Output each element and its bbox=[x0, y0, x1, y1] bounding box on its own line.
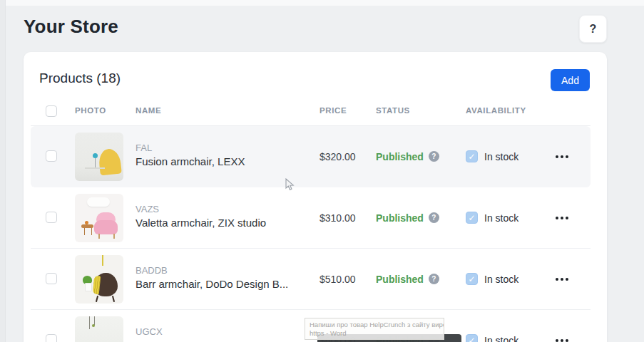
row-select-checkbox[interactable] bbox=[46, 273, 57, 284]
more-options-icon[interactable] bbox=[556, 249, 568, 309]
product-sku: FAL bbox=[136, 142, 245, 153]
product-price: $510.00 bbox=[320, 249, 356, 309]
product-name-cell: UGCX bbox=[136, 326, 163, 339]
products-panel: Products (18) Add PHOTO NAME PRICE STATU… bbox=[24, 52, 607, 342]
in-stock-checkbox[interactable]: ✓ bbox=[466, 273, 478, 285]
product-photo bbox=[75, 133, 123, 181]
availability-label: In stock bbox=[484, 151, 518, 162]
status-badge: Published bbox=[376, 151, 424, 162]
product-photo bbox=[75, 255, 123, 304]
product-name: Valetta armchair, ZIX studio bbox=[136, 217, 266, 229]
window-edge bbox=[0, 0, 6, 342]
product-name-cell: FAL Fusion armchair, LEXX bbox=[136, 142, 245, 167]
availability-label: In stock bbox=[484, 335, 518, 342]
table-row[interactable]: FAL Fusion armchair, LEXX $320.00 Publis… bbox=[31, 126, 591, 187]
help-button[interactable]: ? bbox=[579, 15, 607, 43]
select-all-checkbox[interactable] bbox=[46, 105, 57, 117]
product-sku: VAZS bbox=[136, 204, 266, 214]
availability-label: In stock bbox=[484, 212, 518, 224]
status-help-icon[interactable]: ? bbox=[429, 212, 439, 223]
tooltip-line: Напиши про товар HelpCrunch з сайту виро… bbox=[310, 321, 439, 329]
product-status-cell: Published ? bbox=[376, 126, 439, 187]
availability-cell: ✓ In stock bbox=[466, 126, 518, 187]
product-name-cell: VAZS Valetta armchair, ZIX studio bbox=[136, 204, 266, 229]
panel-title: Products (18) bbox=[39, 71, 121, 86]
availability-cell: ✓ In stock bbox=[466, 187, 518, 248]
row-select-checkbox[interactable] bbox=[46, 334, 57, 342]
more-options-icon[interactable] bbox=[556, 126, 568, 187]
product-sku: UGCX bbox=[136, 326, 163, 337]
availability-cell: ✓ In stock bbox=[466, 249, 518, 309]
more-options-icon[interactable] bbox=[556, 310, 568, 342]
product-price: $320.00 bbox=[320, 126, 356, 187]
status-badge: Published bbox=[376, 212, 424, 224]
armchair-illustration bbox=[94, 220, 118, 234]
table-row[interactable]: VAZS Valetta armchair, ZIX studio $310.0… bbox=[31, 187, 591, 249]
word-window-tooltip: Напиши про товар HelpCrunch з сайту виро… bbox=[305, 318, 444, 340]
armchair-illustration bbox=[98, 148, 122, 176]
availability-label: In stock bbox=[484, 274, 518, 285]
product-sku: BADDB bbox=[136, 265, 288, 276]
row-select-checkbox[interactable] bbox=[46, 212, 57, 223]
availability-cell: ✓ In stock bbox=[466, 310, 518, 342]
product-photo bbox=[75, 316, 123, 342]
product-name-cell: BADDB Barr armchair, DoDo Design B... bbox=[136, 265, 288, 290]
tooltip-line: https - Word bbox=[310, 329, 439, 338]
column-header-availability: AVAILABILITY bbox=[466, 106, 526, 115]
in-stock-checkbox[interactable]: ✓ bbox=[466, 334, 478, 342]
in-stock-checkbox[interactable]: ✓ bbox=[466, 212, 478, 224]
product-name: Barr armchair, DoDo Design B... bbox=[136, 278, 288, 290]
status-help-icon[interactable]: ? bbox=[429, 151, 439, 162]
in-stock-checkbox[interactable]: ✓ bbox=[466, 150, 478, 162]
column-header-photo: PHOTO bbox=[75, 106, 106, 115]
more-options-icon[interactable] bbox=[556, 187, 568, 248]
page-title: Your Store bbox=[24, 16, 118, 38]
product-status-cell: Published ? bbox=[376, 187, 439, 248]
product-status-cell: Published ? bbox=[376, 249, 439, 309]
add-product-button[interactable]: Add bbox=[551, 69, 590, 91]
table-header-row: PHOTO NAME PRICE STATUS AVAILABILITY bbox=[31, 100, 591, 126]
status-badge: Published bbox=[376, 274, 424, 285]
product-photo bbox=[75, 194, 123, 242]
column-header-name: NAME bbox=[136, 106, 161, 115]
product-price: $310.00 bbox=[320, 187, 356, 248]
top-strip bbox=[0, 0, 644, 6]
row-select-checkbox[interactable] bbox=[46, 150, 57, 162]
mouse-cursor bbox=[285, 178, 295, 195]
column-header-price: PRICE bbox=[320, 106, 347, 115]
product-name: Fusion armchair, LEXX bbox=[136, 155, 245, 167]
column-header-status: STATUS bbox=[376, 106, 410, 115]
status-help-icon[interactable]: ? bbox=[429, 274, 439, 284]
products-table: PHOTO NAME PRICE STATUS AVAILABILITY FAL… bbox=[31, 100, 591, 342]
table-row[interactable]: BADDB Barr armchair, DoDo Design B... $5… bbox=[31, 249, 591, 310]
